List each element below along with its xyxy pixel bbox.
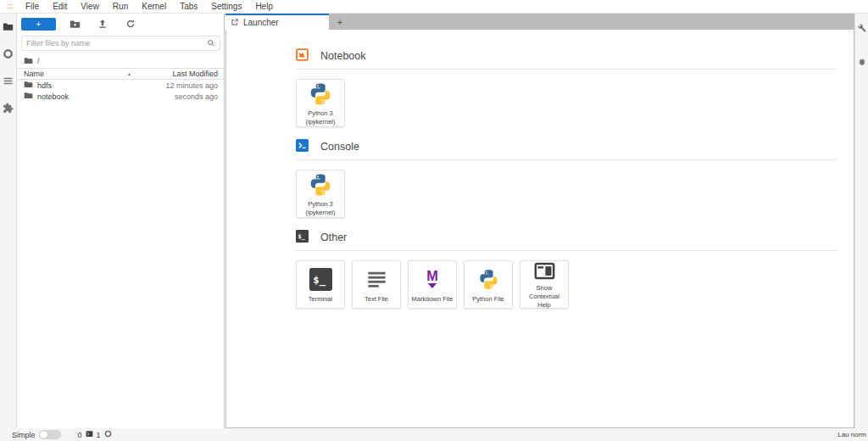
menu-kernel[interactable]: Kernel [135,0,173,13]
launcher-card-python-file[interactable]: Python File [464,260,513,309]
launcher-card-notebook-python3[interactable]: Python 3(ipykernel) [296,79,345,127]
section-title: Console [320,141,359,153]
launcher-section-other: $_ Other $_ Terminal [296,230,837,309]
left-sidebar [0,14,17,428]
column-header-name[interactable]: Name [24,70,127,78]
sort-ascending-icon: ▲ [127,71,131,76]
filter-files-input[interactable] [26,39,207,47]
svg-text:M: M [426,268,438,283]
refresh-icon[interactable] [121,16,140,31]
file-name: notebook [37,92,170,101]
kernels-count: 1 [97,431,101,439]
launcher-card-text-file[interactable]: Text File [352,260,401,309]
new-folder-icon[interactable] [65,16,84,31]
section-divider [296,69,837,70]
tab-bar: Launcher + [225,14,854,30]
breadcrumb-root[interactable]: / [37,57,40,65]
status-right-text: Lau norm [837,431,866,438]
section-divider [296,250,837,251]
card-label: Markdown File [410,295,455,304]
launcher-tab-icon [231,18,239,28]
launcher-section-notebook: Notebook Python 3(ipykernel) [296,48,837,127]
right-sidebar [854,14,868,428]
python-icon [308,171,333,198]
simple-interface-label: Simple [12,431,36,439]
file-browser-toolbar: + [18,14,224,34]
tab-label: Launcher [243,18,279,27]
section-title: Other [320,232,347,243]
tab-launcher[interactable]: Launcher [225,14,329,30]
menu-help[interactable]: Help [248,0,280,13]
launcher-card-show-contextual-help[interactable]: Show Contextual Help [520,260,569,309]
table-of-contents-icon[interactable] [0,73,17,88]
card-label: Python File [470,295,506,304]
card-label: Python 3(ipykernel) [303,109,337,126]
launcher-panel: Notebook Python 3(ipykernel) [225,30,854,428]
search-icon [207,36,215,51]
terminal-icon: $_ [309,266,332,293]
upload-icon[interactable] [93,16,112,31]
property-inspector-icon[interactable] [855,20,868,36]
filter-files-box [21,36,220,51]
card-label: Python 3(ipykernel) [303,200,337,217]
new-tab-button[interactable]: + [329,14,351,30]
section-divider [296,159,837,160]
menu-view[interactable]: View [74,0,106,13]
launcher-card-console-python3[interactable]: Python 3(ipykernel) [296,170,345,218]
file-browser-icon[interactable] [0,19,17,34]
markdown-icon: M [420,266,444,293]
file-browser-panel: + / Name ▲ Last Modified [18,14,225,428]
folder-icon [24,80,33,91]
file-list-header: Name ▲ Last Modified [18,68,224,80]
file-modified: 12 minutes ago [165,81,218,90]
menu-tabs[interactable]: Tabs [173,0,204,13]
card-label: Text File [363,295,390,304]
file-row-hdfs[interactable]: hdfs 12 minutes ago [18,80,224,91]
menu-run[interactable]: Run [106,0,135,13]
simple-interface-toggle[interactable] [39,430,61,439]
running-sessions-status[interactable]: 0 1 [78,430,112,439]
extension-manager-icon[interactable] [0,100,17,115]
card-label: Terminal [307,295,334,304]
folder-icon [24,91,33,102]
file-row-notebook[interactable]: notebook seconds ago [18,91,224,102]
launcher-card-markdown-file[interactable]: M Markdown File [408,260,457,309]
card-label: Show Contextual Help [520,284,568,309]
contextual-help-icon [533,260,556,282]
toggle-knob [40,431,47,438]
file-modified: seconds ago [175,92,218,101]
home-folder-icon[interactable] [24,56,33,67]
main-dock-panel: Launcher + Notebook [225,14,854,428]
svg-text:$_: $_ [298,232,305,239]
column-header-last-modified[interactable]: Last Modified [150,70,218,78]
breadcrumb: / [18,54,224,68]
console-icon [296,139,309,155]
menu-edit[interactable]: Edit [46,0,74,13]
svg-text:$_: $_ [313,274,326,287]
new-launcher-button[interactable]: + [21,18,56,31]
status-bar: Simple 0 1 Lau norm [0,428,868,441]
menubar: File Edit View Run Kernel Tabs Settings … [0,0,868,14]
debugger-icon[interactable] [855,54,868,70]
menu-settings[interactable]: Settings [204,0,248,13]
terminal-status-icon [86,430,93,439]
python-icon [477,266,500,293]
terminal-icon: $_ [296,230,309,246]
terminals-count: 0 [78,431,82,439]
menu-file[interactable]: File [19,0,46,13]
jupyterlab-app: File Edit View Run Kernel Tabs Settings … [0,0,868,441]
jupyter-logo-icon [0,1,19,12]
text-file-icon [365,266,388,293]
running-sessions-icon[interactable] [0,46,17,61]
section-title: Notebook [320,50,366,62]
launcher-card-terminal[interactable]: $_ Terminal [296,260,345,309]
python-icon [308,81,333,108]
launcher-section-console: Console Python 3(ipykernel) [296,139,837,218]
kernel-status-icon [104,430,112,439]
notebook-icon [296,48,309,64]
file-name: hdfs [37,81,161,90]
